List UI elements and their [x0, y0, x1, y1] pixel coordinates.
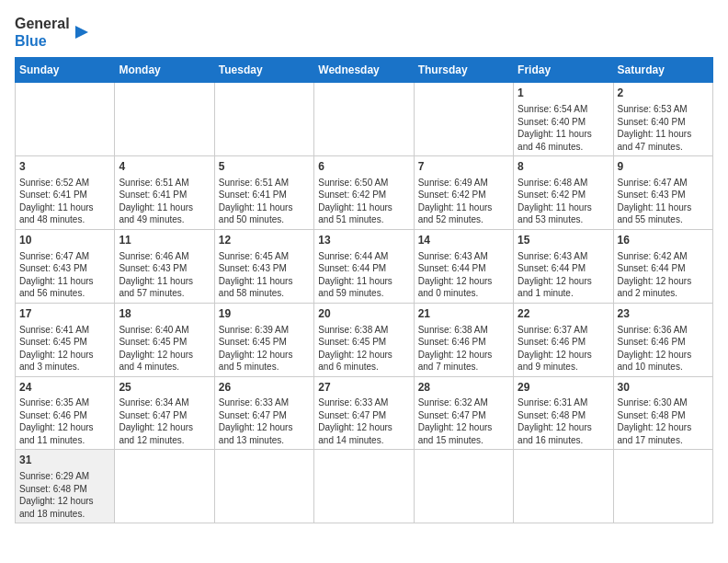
calendar-cell: 25Sunrise: 6:34 AM Sunset: 6:47 PM Dayli…	[115, 376, 214, 450]
day-number: 7	[418, 159, 509, 175]
weekday-header-thursday: Thursday	[414, 58, 513, 83]
calendar-cell: 24Sunrise: 6:35 AM Sunset: 6:46 PM Dayli…	[16, 376, 115, 450]
calendar-cell: 7Sunrise: 6:49 AM Sunset: 6:42 PM Daylig…	[414, 156, 513, 230]
calendar-cell: 2Sunrise: 6:53 AM Sunset: 6:40 PM Daylig…	[613, 83, 712, 156]
day-info: Sunrise: 6:38 AM Sunset: 6:46 PM Dayligh…	[418, 324, 509, 373]
day-number: 4	[119, 159, 210, 175]
calendar-cell	[214, 450, 313, 523]
calendar-cell: 12Sunrise: 6:45 AM Sunset: 6:43 PM Dayli…	[214, 229, 313, 303]
weekday-header-friday: Friday	[514, 58, 613, 83]
day-number: 26	[219, 380, 310, 396]
calendar-cell	[16, 83, 115, 156]
day-number: 27	[318, 380, 409, 396]
weekday-header-sunday: Sunday	[16, 58, 115, 83]
calendar-cell: 31Sunrise: 6:29 AM Sunset: 6:48 PM Dayli…	[16, 450, 115, 523]
day-number: 10	[19, 233, 110, 248]
calendar-cell: 10Sunrise: 6:47 AM Sunset: 6:43 PM Dayli…	[16, 229, 115, 303]
logo: General Blue	[15, 15, 92, 50]
calendar-cell	[613, 450, 712, 523]
day-info: Sunrise: 6:32 AM Sunset: 6:47 PM Dayligh…	[418, 396, 509, 446]
day-number: 16	[618, 233, 709, 248]
day-info: Sunrise: 6:53 AM Sunset: 6:40 PM Dayligh…	[618, 103, 709, 153]
calendar-cell: 21Sunrise: 6:38 AM Sunset: 6:46 PM Dayli…	[414, 303, 513, 376]
day-info: Sunrise: 6:34 AM Sunset: 6:47 PM Dayligh…	[119, 396, 210, 446]
calendar-week-row: 31Sunrise: 6:29 AM Sunset: 6:48 PM Dayli…	[16, 450, 713, 523]
calendar-cell: 8Sunrise: 6:48 AM Sunset: 6:42 PM Daylig…	[514, 156, 613, 230]
day-info: Sunrise: 6:52 AM Sunset: 6:41 PM Dayligh…	[19, 177, 110, 226]
calendar-cell: 30Sunrise: 6:30 AM Sunset: 6:48 PM Dayli…	[613, 376, 712, 450]
logo-container: General Blue	[15, 15, 92, 50]
day-number: 2	[618, 86, 709, 101]
day-info: Sunrise: 6:36 AM Sunset: 6:46 PM Dayligh…	[618, 324, 709, 373]
day-number: 8	[518, 159, 609, 175]
calendar-week-row: 10Sunrise: 6:47 AM Sunset: 6:43 PM Dayli…	[16, 229, 713, 303]
day-number: 20	[318, 306, 409, 322]
day-info: Sunrise: 6:54 AM Sunset: 6:40 PM Dayligh…	[518, 103, 609, 153]
day-number: 23	[618, 306, 709, 322]
day-info: Sunrise: 6:41 AM Sunset: 6:45 PM Dayligh…	[19, 324, 110, 373]
calendar-cell: 13Sunrise: 6:44 AM Sunset: 6:44 PM Dayli…	[314, 229, 414, 303]
day-info: Sunrise: 6:40 AM Sunset: 6:45 PM Dayligh…	[119, 324, 210, 373]
calendar-header: General Blue	[15, 15, 713, 50]
calendar-week-row: 17Sunrise: 6:41 AM Sunset: 6:45 PM Dayli…	[16, 303, 713, 376]
day-number: 22	[518, 306, 609, 322]
calendar-cell: 19Sunrise: 6:39 AM Sunset: 6:45 PM Dayli…	[214, 303, 313, 376]
day-info: Sunrise: 6:51 AM Sunset: 6:41 PM Dayligh…	[219, 177, 310, 226]
day-number: 19	[219, 306, 310, 322]
logo-text: General Blue	[15, 15, 70, 50]
day-number: 5	[219, 159, 310, 175]
weekday-header-row: SundayMondayTuesdayWednesdayThursdayFrid…	[16, 58, 713, 83]
day-info: Sunrise: 6:47 AM Sunset: 6:43 PM Dayligh…	[19, 250, 110, 300]
calendar-cell: 16Sunrise: 6:42 AM Sunset: 6:44 PM Dayli…	[613, 229, 712, 303]
weekday-header-monday: Monday	[115, 58, 214, 83]
day-number: 17	[19, 306, 110, 322]
calendar-cell: 29Sunrise: 6:31 AM Sunset: 6:48 PM Dayli…	[514, 376, 613, 450]
calendar-cell: 18Sunrise: 6:40 AM Sunset: 6:45 PM Dayli…	[115, 303, 214, 376]
calendar-week-row: 24Sunrise: 6:35 AM Sunset: 6:46 PM Dayli…	[16, 376, 713, 450]
calendar-cell	[214, 83, 313, 156]
calendar-cell: 6Sunrise: 6:50 AM Sunset: 6:42 PM Daylig…	[314, 156, 414, 230]
calendar-cell: 22Sunrise: 6:37 AM Sunset: 6:46 PM Dayli…	[514, 303, 613, 376]
calendar-cell: 20Sunrise: 6:38 AM Sunset: 6:45 PM Dayli…	[314, 303, 414, 376]
day-info: Sunrise: 6:44 AM Sunset: 6:44 PM Dayligh…	[318, 250, 409, 300]
day-number: 21	[418, 306, 509, 322]
weekday-header-saturday: Saturday	[613, 58, 712, 83]
logo-blue: Blue	[15, 33, 47, 49]
day-info: Sunrise: 6:29 AM Sunset: 6:48 PM Dayligh…	[19, 470, 110, 520]
day-number: 1	[518, 86, 609, 101]
day-info: Sunrise: 6:46 AM Sunset: 6:43 PM Dayligh…	[119, 250, 210, 300]
day-info: Sunrise: 6:37 AM Sunset: 6:46 PM Dayligh…	[518, 324, 609, 373]
day-number: 25	[119, 380, 210, 396]
day-number: 9	[618, 159, 709, 175]
day-info: Sunrise: 6:49 AM Sunset: 6:42 PM Dayligh…	[418, 177, 509, 226]
calendar-cell: 26Sunrise: 6:33 AM Sunset: 6:47 PM Dayli…	[214, 376, 313, 450]
day-info: Sunrise: 6:39 AM Sunset: 6:45 PM Dayligh…	[219, 324, 310, 373]
day-info: Sunrise: 6:33 AM Sunset: 6:47 PM Dayligh…	[318, 396, 409, 446]
calendar-cell: 15Sunrise: 6:43 AM Sunset: 6:44 PM Dayli…	[514, 229, 613, 303]
day-number: 30	[618, 380, 709, 396]
day-number: 31	[19, 453, 110, 468]
calendar-week-row: 3Sunrise: 6:52 AM Sunset: 6:41 PM Daylig…	[16, 156, 713, 230]
day-info: Sunrise: 6:38 AM Sunset: 6:45 PM Dayligh…	[318, 324, 409, 373]
calendar-table: SundayMondayTuesdayWednesdayThursdayFrid…	[15, 57, 713, 523]
day-info: Sunrise: 6:50 AM Sunset: 6:42 PM Dayligh…	[318, 177, 409, 226]
day-number: 6	[318, 159, 409, 175]
day-number: 24	[19, 380, 110, 396]
calendar-cell	[414, 450, 513, 523]
day-number: 14	[418, 233, 509, 248]
calendar-cell: 9Sunrise: 6:47 AM Sunset: 6:43 PM Daylig…	[613, 156, 712, 230]
day-number: 28	[418, 380, 509, 396]
logo-general: General	[15, 16, 70, 31]
day-info: Sunrise: 6:43 AM Sunset: 6:44 PM Dayligh…	[518, 250, 609, 300]
day-info: Sunrise: 6:30 AM Sunset: 6:48 PM Dayligh…	[618, 396, 709, 446]
calendar-cell	[414, 83, 513, 156]
calendar-cell: 28Sunrise: 6:32 AM Sunset: 6:47 PM Dayli…	[414, 376, 513, 450]
day-info: Sunrise: 6:35 AM Sunset: 6:46 PM Dayligh…	[19, 396, 110, 446]
calendar-cell	[314, 83, 414, 156]
day-number: 11	[119, 233, 210, 248]
calendar-cell: 1Sunrise: 6:54 AM Sunset: 6:40 PM Daylig…	[514, 83, 613, 156]
day-info: Sunrise: 6:31 AM Sunset: 6:48 PM Dayligh…	[518, 396, 609, 446]
calendar-cell	[115, 83, 214, 156]
calendar-cell: 23Sunrise: 6:36 AM Sunset: 6:46 PM Dayli…	[613, 303, 712, 376]
day-info: Sunrise: 6:43 AM Sunset: 6:44 PM Dayligh…	[418, 250, 509, 300]
